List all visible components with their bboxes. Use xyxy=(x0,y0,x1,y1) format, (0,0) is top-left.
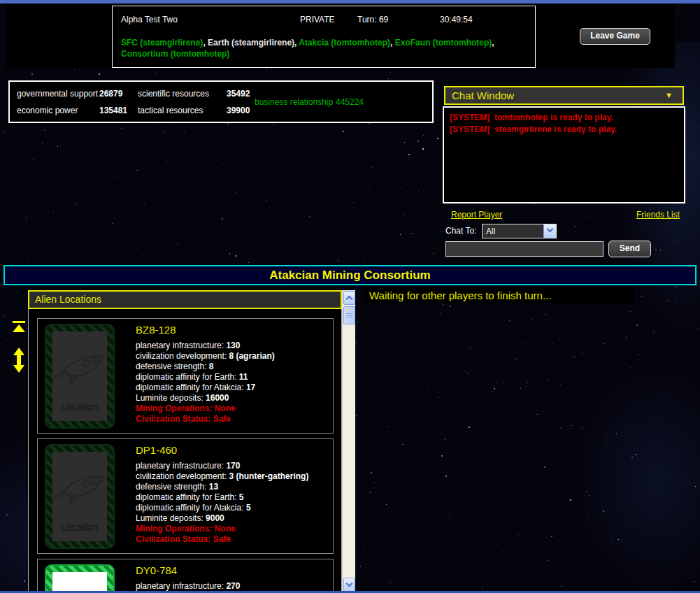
faction-title: Atakcian Mining Consortium xyxy=(269,269,430,282)
location-card-dy0-784[interactable]: Location DY0-784 planetary infrastructur… xyxy=(37,559,334,593)
locations-scrollbar[interactable] xyxy=(342,290,355,593)
civilization-status: Civilization Status: Safe xyxy=(136,534,330,545)
location-name: DP1-460 xyxy=(136,444,177,456)
dropdown-arrow-icon[interactable] xyxy=(543,224,556,238)
business-relationship-value: 445224 xyxy=(336,97,364,107)
scientific-resources-value: 35492 xyxy=(227,89,250,99)
leave-game-button[interactable]: Leave Game xyxy=(580,28,650,45)
chat-window-title: Chat Window xyxy=(452,90,514,101)
scrollbar-up-arrow[interactable] xyxy=(343,291,355,305)
alien-locations-header: Alien Locations xyxy=(28,290,342,309)
chat-to-select[interactable]: All xyxy=(482,224,557,238)
report-player-link[interactable]: Report Player xyxy=(451,210,502,220)
game-info-box: Alpha Test Two PRIVATE Turn: 69 30:49:54… xyxy=(112,6,536,68)
location-image-label: Location xyxy=(52,401,107,413)
governmental-support-label: governmental support xyxy=(17,89,98,99)
turn-counter: Turn: 69 xyxy=(357,15,388,24)
scroll-up-down-icon[interactable] xyxy=(13,348,24,373)
tactical-resources-value: 39900 xyxy=(227,106,250,115)
player-entry: Earth (steamgirlirene) xyxy=(208,38,294,48)
chat-message-input[interactable] xyxy=(445,241,603,257)
alien-locations-title: Alien Locations xyxy=(35,294,101,305)
player-entry: Consortium (tomtomhotep) xyxy=(121,49,229,59)
location-card-dp1-460[interactable]: Location DP1-460 planetary infrastructur… xyxy=(37,438,334,554)
alien-locations-list: Location BZ8-128 planetary infrastructur… xyxy=(28,309,342,593)
rocket-icon xyxy=(52,347,107,387)
chat-window-header[interactable]: Chat Window ▼ xyxy=(444,86,684,105)
chat-message-log[interactable]: [SYSTEM] tomtomhotep is ready to play. [… xyxy=(443,106,685,203)
economic-power-label: economic power xyxy=(17,106,78,115)
player-entry: SFC (steamgirlirene) xyxy=(121,38,203,48)
faction-title-bar: Atakcian Mining Consortium xyxy=(3,265,697,285)
top-border-strip xyxy=(0,0,700,3)
tactical-resources-label: tactical resources xyxy=(138,106,203,115)
player-entry: ExoFaun (tomtomhotep) xyxy=(395,38,492,48)
scrollbar-thumb[interactable] xyxy=(343,306,355,324)
system-message: [SYSTEM] tomtomhotep is ready to play. xyxy=(450,112,678,124)
turn-status-message: Waiting for other players to finish turn… xyxy=(369,290,551,301)
rocket-icon xyxy=(52,467,107,508)
privacy-status: PRIVATE xyxy=(300,15,335,24)
location-name: BZ8-128 xyxy=(136,324,176,336)
scrollbar-down-arrow[interactable] xyxy=(343,578,355,592)
chat-to-label: Chat To: xyxy=(445,226,476,236)
resource-stats-panel: governmental support 26879 economic powe… xyxy=(8,80,434,123)
send-button[interactable]: Send xyxy=(608,241,651,257)
business-relationship-label: business relationship xyxy=(255,97,333,107)
mining-operations-status: Mining Operations: None xyxy=(136,403,330,414)
location-name: DY0-784 xyxy=(136,564,177,576)
chat-to-selected-value: All xyxy=(483,227,543,236)
turn-status-strip: Waiting for other players to finish turn… xyxy=(364,287,635,304)
governmental-support-value: 26879 xyxy=(99,89,122,99)
civilization-status: Civilization Status: Safe xyxy=(136,414,330,424)
friends-list-link[interactable]: Friends List xyxy=(636,210,680,220)
scroll-to-top-icon[interactable] xyxy=(13,321,25,332)
economic-power-value: 135481 xyxy=(99,106,127,115)
system-message: [SYSTEM] steamgirlirene is ready to play… xyxy=(450,124,678,136)
mining-operations-status: Mining Operations: None xyxy=(136,524,330,534)
game-name: Alpha Test Two xyxy=(121,15,178,24)
location-card-image: Location xyxy=(45,444,115,549)
location-card-image: Location xyxy=(45,564,115,593)
chevron-down-icon[interactable]: ▼ xyxy=(665,91,673,99)
location-card-bz8-128[interactable]: Location BZ8-128 planetary infrastructur… xyxy=(37,318,334,434)
game-timer: 30:49:54 xyxy=(440,15,473,24)
player-entry: Atakcia (tomtomhotep) xyxy=(299,38,390,48)
scientific-resources-label: scientific resources xyxy=(138,89,209,99)
location-image-label: Location xyxy=(52,522,107,533)
player-list: SFC (steamgirlirene), Earth (steamgirlir… xyxy=(121,37,528,59)
location-card-image: Location xyxy=(45,324,115,429)
